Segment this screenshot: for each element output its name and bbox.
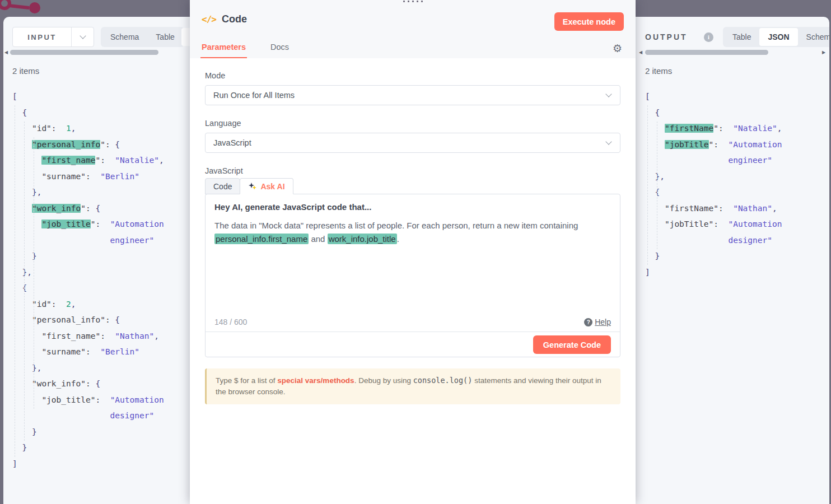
modal-body: Mode Run Once for All Items Language Jav… (190, 58, 636, 404)
input-panel-title: INPUT (13, 33, 71, 41)
output-items-count: 2 items (645, 66, 672, 76)
mode-label: Mode (205, 71, 620, 80)
language-label: Language (205, 119, 620, 128)
ai-prompt-textarea[interactable]: Hey AI, generate JavaScript code that...… (206, 194, 620, 332)
help-link[interactable]: ? Help (584, 318, 611, 326)
input-select-chevron-cell[interactable] (71, 27, 94, 46)
input-source-select[interactable]: INPUT (12, 27, 94, 47)
help-label: Help (595, 318, 611, 326)
indent-guide (647, 105, 648, 265)
javascript-section-label: JavaScript (205, 166, 620, 175)
ask-ai-footer: Generate Code (206, 332, 620, 357)
output-scrollbar-thumb[interactable] (645, 50, 768, 55)
char-counter: 148 / 600 (214, 318, 247, 326)
input-view-tabs: Schema Table (101, 27, 184, 47)
output-tab-schema[interactable]: Schema (798, 28, 829, 46)
output-panel: OUTPUT i Table JSON Schema ◀ ▶ 2 items [… (636, 17, 829, 504)
tab-docs[interactable]: Docs (269, 38, 290, 58)
input-json-view: [ { "id": 1, "personal_info": { "first_n… (12, 88, 190, 472)
gear-icon[interactable]: ⚙ (613, 43, 622, 54)
output-view-tabs: Table JSON Schema (723, 27, 829, 47)
question-mark-icon: ? (584, 318, 592, 326)
ask-ai-label: Ask AI (260, 182, 284, 191)
output-tab-table[interactable]: Table (724, 28, 759, 46)
mode-select[interactable]: Run Once for All Items (205, 85, 620, 105)
output-tab-json[interactable]: JSON (759, 28, 797, 46)
indent-guide (657, 122, 657, 249)
tab-parameters[interactable]: Parameters (200, 38, 247, 58)
workflow-overlay-background: INPUT Schema Table ◀ 2 items [ { "id": 1… (0, 0, 831, 504)
input-tab-schema[interactable]: Schema (102, 28, 147, 46)
chevron-down-icon (605, 91, 611, 97)
prompt-text: The data in "Mock data" represents a lis… (214, 219, 606, 246)
chevron-down-icon (605, 138, 611, 144)
info-icon[interactable]: i (704, 32, 713, 42)
scroll-right-icon[interactable]: ▶ (822, 50, 825, 55)
indent-guide (15, 105, 15, 457)
scroll-left-icon[interactable]: ◀ (4, 50, 8, 55)
output-json-view: [ { "firstName": "Natalie", "jobTitle": … (645, 88, 829, 280)
modal-header: </> Code Execute node Parameters Docs ⚙ (190, 0, 636, 58)
editor-mode-tabs: Code Ask AI (205, 178, 620, 194)
input-tab-table[interactable]: Table (147, 28, 183, 46)
tab-code[interactable]: Code (205, 178, 240, 194)
code-node-modal: </> Code Execute node Parameters Docs ⚙ … (190, 0, 636, 504)
language-value: JavaScript (213, 138, 251, 147)
tab-ask-ai[interactable]: Ask AI (240, 178, 293, 194)
output-horizontal-scrollbar: ◀ ▶ (636, 49, 829, 56)
ask-ai-panel: Hey AI, generate JavaScript code that...… (205, 194, 620, 357)
sparkles-icon (248, 182, 257, 191)
input-scrollbar-thumb[interactable] (10, 50, 158, 55)
input-items-count: 2 items (12, 66, 39, 76)
language-select[interactable]: JavaScript (205, 133, 620, 153)
execute-node-button[interactable]: Execute node (554, 12, 624, 31)
generate-code-button[interactable]: Generate Code (533, 335, 611, 354)
indent-guide (24, 122, 25, 441)
chevron-down-icon (80, 32, 86, 39)
indent-guide (34, 137, 34, 409)
input-panel: INPUT Schema Table ◀ 2 items [ { "id": 1… (3, 17, 190, 504)
node-title: Code (222, 13, 247, 25)
code-node-icon: </> (202, 14, 216, 25)
panel-drag-handle[interactable] (389, 0, 437, 5)
scroll-left-icon[interactable]: ◀ (639, 50, 642, 55)
output-panel-title: OUTPUT (645, 32, 688, 41)
prompt-heading: Hey AI, generate JavaScript code that... (214, 202, 611, 212)
input-tab-json-partial[interactable] (181, 28, 190, 46)
input-horizontal-scrollbar: ◀ (3, 49, 190, 56)
editor-hint: Type $ for a list of special vars/method… (205, 368, 620, 404)
mode-value: Run Once for All Items (213, 91, 295, 100)
